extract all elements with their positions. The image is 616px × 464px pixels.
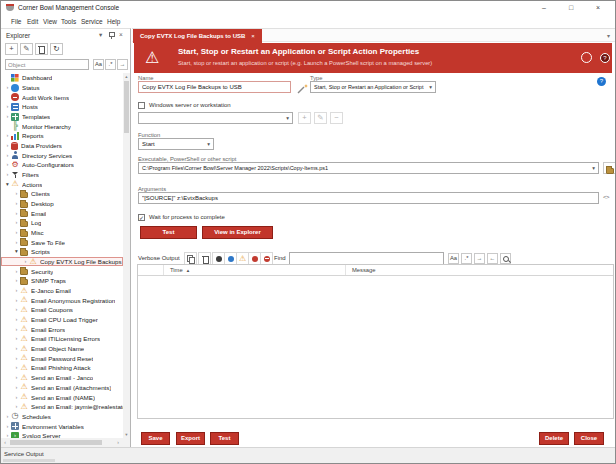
service-output-tab[interactable]: Service Output: [4, 451, 44, 457]
time-column-header[interactable]: Time▲: [164, 265, 346, 275]
tree-item[interactable]: ▾⚠Actions: [1, 179, 123, 189]
tree-item[interactable]: ›⚠E-Janco Email: [1, 286, 123, 296]
expander-icon[interactable]: ›: [4, 170, 11, 179]
banner-help-icon[interactable]: ?: [600, 53, 610, 63]
close-window-button[interactable]: ×: [587, 1, 609, 15]
expander-icon[interactable]: ›: [4, 431, 11, 438]
expander-icon[interactable]: ›: [4, 160, 11, 169]
windows-server-checkbox[interactable]: [138, 102, 145, 109]
scrollbar-thumb[interactable]: [124, 81, 129, 133]
menu-file[interactable]: File: [11, 18, 21, 25]
refresh-button[interactable]: ↻: [50, 43, 63, 55]
save-button[interactable]: Save: [141, 432, 170, 445]
tree-item[interactable]: ›Hosts: [1, 102, 123, 112]
expander-icon[interactable]: ▾: [13, 247, 20, 256]
add-server-button[interactable]: +: [298, 112, 311, 124]
expander-icon[interactable]: ›: [13, 267, 20, 276]
maximize-button[interactable]: □: [560, 1, 582, 15]
expand-arguments-icon[interactable]: <>: [603, 194, 609, 200]
scroll-right-icon[interactable]: ›: [114, 438, 122, 447]
tree-item[interactable]: ›⚠Email Anonymous Registration: [1, 295, 123, 305]
tree-item[interactable]: ›Filters: [1, 170, 123, 180]
tree-item[interactable]: ›Misc: [1, 228, 123, 238]
tree-item[interactable]: ›Environment Variables: [1, 421, 123, 431]
tree-item[interactable]: ›⚠Email Password Reset: [1, 353, 123, 363]
expander-icon[interactable]: ›: [13, 354, 20, 363]
expander-icon[interactable]: ›: [13, 325, 20, 334]
scroll-down-icon[interactable]: ▾: [123, 431, 130, 438]
delete-button[interactable]: [35, 43, 48, 55]
expander-icon[interactable]: ›: [13, 315, 20, 324]
scroll-up-icon[interactable]: ▴: [123, 73, 130, 80]
tab-overflow-icon[interactable]: ▾: [607, 32, 610, 39]
expander-icon[interactable]: ›: [13, 238, 20, 247]
tree-item[interactable]: ›Security: [1, 266, 123, 276]
tree-item[interactable]: Dashboard: [1, 73, 123, 83]
find-previous-button[interactable]: ←: [487, 253, 498, 264]
expander-icon[interactable]: ›: [22, 257, 29, 266]
expander-icon[interactable]: ›: [13, 393, 20, 402]
close-panel-icon[interactable]: ×: [119, 31, 123, 38]
tree-item[interactable]: ›⚙Auto-Configurators: [1, 160, 123, 170]
add-button[interactable]: +: [5, 43, 18, 55]
menu-view[interactable]: View: [43, 18, 57, 25]
expander-icon[interactable]: ›: [13, 228, 20, 237]
expander-icon[interactable]: ›: [4, 422, 11, 431]
find-match-case-button[interactable]: Aa: [448, 253, 459, 264]
tree-item[interactable]: ╠Monitor Hierarchy: [1, 121, 123, 131]
tree-item[interactable]: ›Data Providers: [1, 141, 123, 151]
tree-item[interactable]: ›⚠Send an Email - Janco: [1, 373, 123, 383]
tree-item[interactable]: ›Reports: [1, 131, 123, 141]
expander-icon[interactable]: ›: [13, 363, 20, 372]
tree-item[interactable]: ›⚠Email Phishing Attack: [1, 363, 123, 373]
tree-item[interactable]: ›◷Schedules: [1, 412, 123, 422]
tree-item[interactable]: ›⚠Send an Email (Attachments): [1, 383, 123, 393]
find-next-button[interactable]: →: [474, 253, 485, 264]
name-input[interactable]: [138, 81, 291, 93]
search-go-button[interactable]: →: [117, 59, 128, 70]
scrollbar-thumb[interactable]: [10, 440, 102, 445]
panel-menu-icon[interactable]: ▾: [99, 31, 102, 39]
match-case-button[interactable]: Aa: [93, 59, 104, 70]
tree-item[interactable]: ›Save To File: [1, 237, 123, 247]
menu-edit[interactable]: Edit: [27, 18, 38, 25]
expander-icon[interactable]: ›: [13, 209, 20, 218]
expander-icon[interactable]: ›: [13, 305, 20, 314]
tree-item[interactable]: ›⚠Email CPU Load Trigger: [1, 315, 123, 325]
tree-vertical-scrollbar[interactable]: ▴ ▾: [123, 73, 130, 438]
menu-help[interactable]: Help: [107, 18, 120, 25]
edit-button[interactable]: ✎: [20, 43, 33, 55]
tree-item[interactable]: ›⚠Email ITILicensing Errors: [1, 334, 123, 344]
footer-test-button[interactable]: Test: [210, 432, 239, 445]
minimize-button[interactable]: –: [533, 1, 555, 15]
arguments-input[interactable]: [138, 192, 599, 204]
expander-icon[interactable]: ▾: [4, 180, 11, 189]
export-button[interactable]: Export: [176, 432, 205, 445]
menu-service[interactable]: Service: [81, 18, 103, 25]
expander-icon[interactable]: ›: [4, 102, 11, 111]
wand-icon[interactable]: [296, 81, 310, 93]
expander-icon[interactable]: ›: [13, 286, 20, 295]
type-select[interactable]: Start, Stop or Restart an Application or…: [310, 81, 436, 93]
menu-tools[interactable]: Tools: [61, 18, 76, 25]
expander-icon[interactable]: ›: [13, 199, 20, 208]
tree-item[interactable]: ›⚠Copy EVTX Log File Backups to USB: [1, 257, 123, 267]
tree-item[interactable]: ›⚠Email Object Name: [1, 344, 123, 354]
expander-icon[interactable]: ›: [13, 218, 20, 227]
expander-icon[interactable]: ›: [13, 373, 20, 382]
remove-server-button[interactable]: −: [330, 112, 343, 124]
find-search-button[interactable]: [500, 253, 511, 264]
tab-close-icon[interactable]: ×: [251, 33, 255, 39]
tree-item[interactable]: ›SNMP Traps: [1, 276, 123, 286]
help-icon[interactable]: ?: [597, 77, 606, 86]
regex-button[interactable]: .*: [105, 59, 116, 70]
scroll-left-icon[interactable]: ‹: [1, 438, 9, 447]
browse-button[interactable]: [603, 162, 616, 174]
server-select[interactable]: ▾: [138, 112, 293, 124]
test-button[interactable]: Test: [140, 226, 197, 239]
expander-icon[interactable]: ›: [13, 383, 20, 392]
pin-icon[interactable]: [109, 32, 114, 40]
tree-item[interactable]: ››Syslog Server: [1, 431, 123, 438]
tree-item[interactable]: ›⚠Send an Email: jaymie@realestatespice.…: [1, 402, 123, 412]
tree-item[interactable]: ›⚠Send an Email (NAME): [1, 392, 123, 402]
